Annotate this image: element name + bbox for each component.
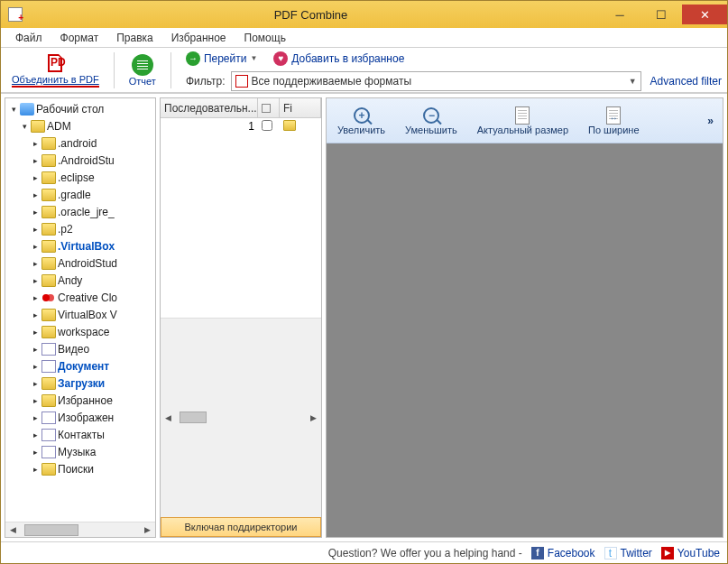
tree-node[interactable]: ▸Видео <box>7 340 153 357</box>
tree-node[interactable]: ▸VirtualBox V <box>7 306 153 323</box>
scroll-thumb[interactable] <box>24 524 78 536</box>
zoom-in-button[interactable]: + Увеличить <box>330 105 392 137</box>
folder-icon <box>41 326 56 338</box>
expand-icon[interactable]: ▸ <box>31 276 40 285</box>
goto-button[interactable]: → Перейти ▼ <box>182 50 261 68</box>
tree-node[interactable]: ▸.VirtualBox <box>7 237 153 254</box>
tree-node[interactable]: ▸Изображен <box>7 409 153 426</box>
tree-node[interactable]: ▸Избранное <box>7 392 153 409</box>
list-hscrollbar[interactable]: ◀ ▶ <box>161 318 321 518</box>
close-button[interactable]: ✕ <box>682 5 727 24</box>
goto-label: Перейти <box>204 52 247 65</box>
menu-format[interactable]: Формат <box>51 29 108 47</box>
folder-icon <box>41 171 56 184</box>
tree-node[interactable]: ▸Контакты <box>7 426 153 443</box>
tree-scroll[interactable]: ▾ Рабочий стол ▾ ADM ▸.android▸.AndroidS… <box>5 98 155 522</box>
expand-icon[interactable]: ▸ <box>31 430 40 439</box>
menu-favorites[interactable]: Избранное <box>162 29 235 47</box>
actual-size-icon <box>511 106 533 125</box>
folder-icon <box>283 120 296 131</box>
fit-width-button[interactable]: ↔ По ширине <box>581 105 647 137</box>
filter-combo[interactable]: Все поддерживаемые форматы ▼ <box>231 71 641 91</box>
more-tools-button[interactable]: » <box>702 115 719 127</box>
youtube-link[interactable]: ▶YouTube <box>661 547 720 559</box>
expand-icon[interactable]: ▸ <box>31 413 40 422</box>
doc-icon <box>41 429 56 441</box>
combine-pdf-button[interactable]: PDF Объединить в PDF <box>6 51 105 89</box>
expand-icon[interactable]: ▸ <box>31 259 40 268</box>
col-file[interactable]: Fi <box>280 98 321 118</box>
actual-size-button[interactable]: Актуальный размер <box>470 105 576 137</box>
advanced-filter-link[interactable]: Advanced filter <box>650 75 722 88</box>
tree-node[interactable]: ▸.AndroidStu <box>7 152 153 169</box>
pdf-icon: PDF <box>44 52 66 74</box>
tree-node[interactable]: ▸Музыка <box>7 443 153 460</box>
expand-icon[interactable]: ▸ <box>31 225 40 234</box>
tree-node-label: Документ <box>58 360 109 373</box>
expand-icon[interactable]: ▸ <box>31 448 40 457</box>
tree-node-adm[interactable]: ▾ ADM <box>7 117 153 134</box>
expand-icon[interactable]: ▸ <box>31 379 40 388</box>
scroll-thumb[interactable] <box>180 411 207 423</box>
include-subdirs-button[interactable]: Включая поддиректории <box>161 517 321 537</box>
tree-node-label: VirtualBox V <box>58 309 117 321</box>
collapse-icon[interactable]: ▾ <box>9 105 18 114</box>
creative-icon <box>41 291 56 304</box>
zoom-out-button[interactable]: − Уменьшить <box>398 105 465 137</box>
facebook-link[interactable]: fFacebook <box>531 547 595 559</box>
tree-node[interactable]: ▸workspace <box>7 323 153 340</box>
list-item[interactable]: 1 <box>161 118 321 134</box>
folder-icon <box>41 154 56 167</box>
list-body[interactable]: 1 <box>161 118 321 318</box>
tree-node[interactable]: ▸Документ <box>7 357 153 374</box>
expand-icon[interactable]: ▸ <box>31 242 40 251</box>
expand-icon[interactable]: ▸ <box>31 190 40 199</box>
expand-icon[interactable]: ▸ <box>31 345 40 354</box>
tree-node[interactable]: ▸.android <box>7 134 153 152</box>
expand-icon[interactable]: ▸ <box>31 396 40 405</box>
tree-node[interactable]: ▸Andy <box>7 272 153 289</box>
folder-icon <box>41 463 56 476</box>
tree-node[interactable]: ▸Поиски <box>7 460 153 477</box>
tree-hscrollbar[interactable]: ◀ ▶ <box>5 522 155 537</box>
scroll-right-button[interactable]: ▶ <box>140 522 155 538</box>
tree-node-label: Поиски <box>58 463 94 476</box>
report-button[interactable]: Отчет <box>124 52 161 88</box>
tree-node[interactable]: ▸AndroidStud <box>7 254 153 272</box>
expand-icon[interactable]: ▸ <box>31 293 40 302</box>
col-sequence[interactable]: Последовательн...▼ <box>161 98 258 118</box>
collapse-icon[interactable]: ▾ <box>20 122 29 131</box>
tree-node[interactable]: ▸Загрузки <box>7 374 153 392</box>
maximize-button[interactable]: ☐ <box>640 5 682 24</box>
expand-icon[interactable]: ▸ <box>31 310 40 319</box>
menu-help[interactable]: Помощь <box>235 29 295 47</box>
chevron-down-icon: ▼ <box>250 54 257 62</box>
minimize-button[interactable]: ─ <box>599 5 640 24</box>
expand-icon[interactable]: ▸ <box>31 208 40 217</box>
expand-icon[interactable]: ▸ <box>31 173 40 182</box>
folder-tree: ▾ Рабочий стол ▾ ADM ▸.android▸.AndroidS… <box>5 97 156 538</box>
col-check[interactable] <box>258 98 280 118</box>
expand-icon[interactable]: ▸ <box>31 465 40 474</box>
expand-icon[interactable]: ▸ <box>31 139 40 148</box>
folder-icon <box>41 206 56 218</box>
expand-icon[interactable]: ▸ <box>31 156 40 165</box>
tree-node[interactable]: ▸.oracle_jre_ <box>7 203 153 220</box>
tree-node[interactable]: ▸.gradle <box>7 186 153 203</box>
menu-edit[interactable]: Правка <box>107 29 162 47</box>
expand-icon[interactable]: ▸ <box>31 328 40 337</box>
expand-icon[interactable]: ▸ <box>31 362 40 371</box>
preview-pane: + Увеличить − Уменьшить Актуальный разме… <box>326 97 723 538</box>
tree-node[interactable]: ▸.eclipse <box>7 169 153 186</box>
twitter-link[interactable]: tTwitter <box>604 547 652 559</box>
desktop-icon <box>20 103 34 116</box>
scroll-right-button[interactable]: ▶ <box>306 410 321 425</box>
tree-node[interactable]: ▸Creative Clo <box>7 289 153 306</box>
add-favorite-button[interactable]: ♥ Добавить в избранное <box>270 50 408 68</box>
scroll-left-button[interactable]: ◀ <box>5 522 21 538</box>
tree-node[interactable]: ▸.p2 <box>7 220 153 237</box>
row-checkbox[interactable] <box>262 120 272 131</box>
menu-file[interactable]: Файл <box>6 29 51 47</box>
tree-node-desktop[interactable]: ▾ Рабочий стол <box>7 100 153 117</box>
scroll-left-button[interactable]: ◀ <box>161 410 176 425</box>
